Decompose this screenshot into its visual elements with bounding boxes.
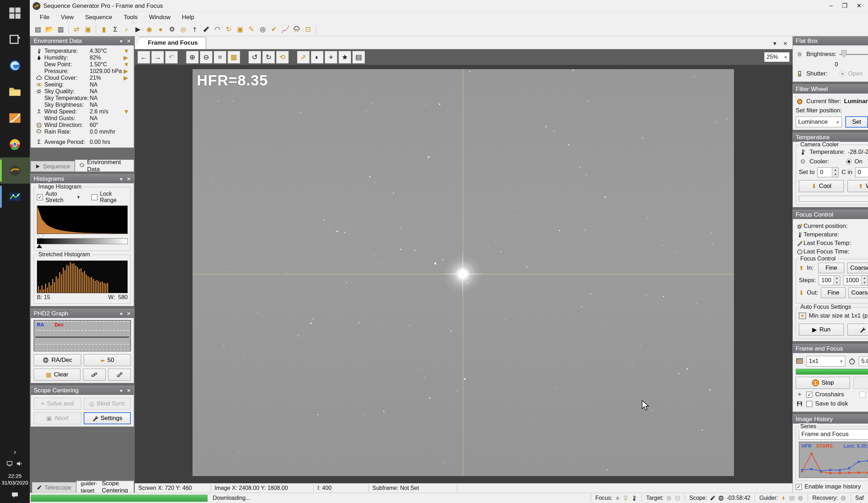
cooler-on-radio[interactable]: [846, 159, 852, 164]
menu-tools[interactable]: Tools: [119, 13, 143, 22]
open-sequence-icon[interactable]: 📂: [44, 24, 55, 35]
plate-solve-icon[interactable]: ⌕: [121, 24, 132, 35]
link-button[interactable]: [83, 369, 106, 381]
rotate-cw-button[interactable]: ↻: [262, 51, 275, 63]
black-point-handle[interactable]: [37, 244, 42, 248]
warm-button[interactable]: ⬆Warm: [847, 180, 868, 192]
steps-fine-stepper[interactable]: 100▲▼: [819, 275, 840, 285]
run-autofocus-button[interactable]: ▶Run: [799, 324, 844, 336]
close-icon[interactable]: ✕: [127, 176, 131, 182]
tab-scope-centering[interactable]: guider-targetScope Centering: [76, 481, 134, 493]
close-icon[interactable]: ✕: [127, 38, 131, 44]
out-coarse-button[interactable]: Coarse: [848, 287, 868, 298]
tray-expand-icon[interactable]: ›: [14, 446, 16, 458]
start-taskbar-icon[interactable]: [0, 0, 30, 26]
series-select[interactable]: Frame and Focus∨: [799, 429, 868, 440]
history-button[interactable]: ↶: [165, 51, 178, 63]
close-icon[interactable]: ✕: [127, 311, 131, 317]
lock-range-checkbox[interactable]: [91, 194, 98, 200]
abort-button[interactable]: ▣Abort: [34, 412, 81, 424]
zoom-in-button[interactable]: ⊕: [186, 51, 199, 63]
phd2-graph-tool-icon[interactable]: 📈: [280, 24, 291, 35]
rotator-icon[interactable]: ↻: [223, 24, 234, 35]
transfer-icon[interactable]: ⇄: [71, 24, 82, 35]
notes-button[interactable]: ▤: [352, 51, 365, 63]
contrast-button[interactable]: ◐: [311, 51, 323, 63]
minutes-stepper[interactable]: 0▲▼: [855, 167, 868, 177]
taskbar-clock[interactable]: 22:25 31/03/2020: [1, 473, 28, 486]
save-to-disk-checkbox[interactable]: [806, 401, 812, 407]
minimize-button[interactable]: –: [829, 2, 833, 10]
save-sequence-icon[interactable]: ▥: [55, 24, 66, 35]
flat-box-tool-icon[interactable]: ▣: [235, 24, 245, 35]
restart-button[interactable]: ↻: [853, 377, 868, 389]
zoom-fit-button[interactable]: ⌗: [214, 51, 226, 63]
marker-pen-icon[interactable]: ✎: [246, 24, 257, 35]
weather-icon[interactable]: [291, 24, 302, 35]
zoom-level-select[interactable]: 25%∨: [764, 52, 790, 62]
in-fine-button[interactable]: Fine: [818, 263, 844, 273]
cool-button[interactable]: ⬇Cool: [799, 180, 844, 192]
image-grader-icon[interactable]: ✔: [269, 24, 279, 35]
set-filter-button[interactable]: Set: [845, 116, 868, 128]
tab-list-icon[interactable]: ▼: [772, 40, 778, 47]
camera-icon[interactable]: ◉: [144, 24, 155, 35]
autofocus-settings-button[interactable]: Setti: [847, 324, 868, 336]
auto-stretch-dropdown-icon[interactable]: ▼: [77, 195, 80, 199]
control-panel-icon[interactable]: ⚙: [167, 24, 177, 35]
forward-button[interactable]: →: [151, 51, 164, 63]
binning-select[interactable]: 1x1∨: [806, 356, 845, 367]
chrome-browser-taskbar-icon[interactable]: [0, 131, 30, 157]
run-sequence-icon[interactable]: ▶: [133, 24, 143, 35]
document-tab[interactable]: Frame and Focus: [140, 37, 206, 49]
stop-button[interactable]: 1 Stop: [796, 377, 850, 389]
focuser-temp-icon[interactable]: †: [189, 24, 200, 35]
steps-coarse-stepper[interactable]: 1000▲▼: [843, 275, 868, 285]
menu-window[interactable]: Window: [144, 13, 175, 22]
volume-icon[interactable]: [16, 460, 23, 467]
clear-button[interactable]: ▦Clear: [34, 369, 80, 381]
collapse-icon[interactable]: ▾: [120, 38, 122, 44]
zoom-region-button[interactable]: ▩: [228, 51, 240, 63]
planetarium-taskbar-icon[interactable]: [0, 184, 30, 210]
shutter-open-radio[interactable]: [840, 71, 845, 77]
file-explorer-taskbar-icon[interactable]: [0, 79, 30, 105]
filter-wheel-conn-icon[interactable]: ●: [155, 24, 166, 35]
guider-target-icon[interactable]: ◎: [257, 24, 268, 35]
photo-editor-taskbar-icon[interactable]: [0, 105, 30, 131]
tab-environment-data[interactable]: Environment Data: [75, 160, 134, 172]
exposure-input[interactable]: 5.000: [859, 356, 868, 366]
crosshair-toggle-button[interactable]: ⌖: [325, 51, 337, 63]
close-icon[interactable]: ✕: [127, 388, 131, 393]
use-subframe-checkbox[interactable]: [859, 392, 866, 398]
white-point-handle[interactable]: [38, 234, 44, 238]
tab-close-icon[interactable]: ✕: [783, 40, 788, 47]
flashlight-icon[interactable]: [201, 24, 211, 35]
sequence-generator-pro-taskbar-icon[interactable]: [0, 157, 30, 184]
notifications-icon[interactable]: [11, 489, 19, 501]
new-sequence-icon[interactable]: ▤: [33, 24, 43, 35]
stretch-range-slider[interactable]: [37, 238, 128, 244]
network-icon[interactable]: [7, 460, 14, 467]
collapse-icon[interactable]: ▾: [120, 388, 122, 393]
camera-image[interactable]: HFR=8.35: [193, 69, 734, 476]
image-statistics-icon[interactable]: ▮: [99, 24, 109, 35]
menu-sequence[interactable]: Sequence: [80, 13, 117, 22]
sample-count-button[interactable]: ◂▸50: [84, 354, 131, 366]
flip-button[interactable]: ⟲: [276, 51, 289, 63]
collapse-icon[interactable]: ▾: [120, 311, 122, 317]
brightness-slider-thumb[interactable]: [841, 50, 847, 58]
image-viewport[interactable]: HFR=8.35: [135, 65, 792, 483]
settings-button[interactable]: Settings: [84, 412, 131, 424]
tab-telescope[interactable]: Telescope: [32, 482, 76, 493]
crosshairs-checkbox[interactable]: ✓: [806, 392, 812, 398]
close-button[interactable]: ✕: [857, 2, 862, 10]
telescope-target-icon[interactable]: ◎: [178, 24, 189, 35]
auto-stretch-view-button[interactable]: ⇗: [297, 51, 310, 63]
menu-view[interactable]: View: [56, 13, 79, 22]
zoom-out-button[interactable]: ⊖: [200, 51, 212, 63]
star-select-button[interactable]: ★: [339, 51, 351, 63]
solve-and-center-button[interactable]: ⌖Solve and: [34, 398, 81, 410]
radec-button[interactable]: RA/Dec: [34, 354, 81, 366]
maximize-button[interactable]: ❐: [842, 2, 847, 10]
